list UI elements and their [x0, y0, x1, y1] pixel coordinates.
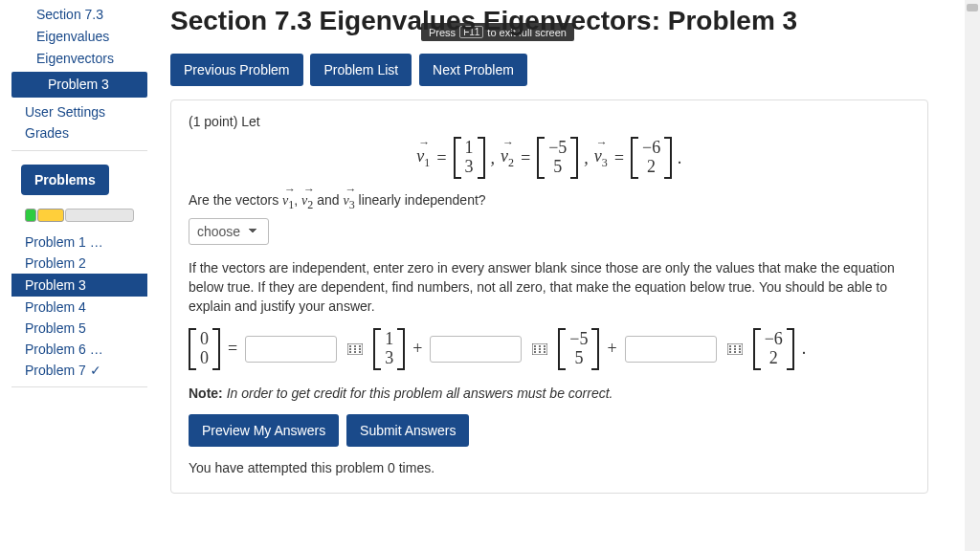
svg-point-3 — [359, 345, 361, 347]
problems-header[interactable]: Problems — [21, 165, 109, 195]
coef-1-input[interactable] — [245, 336, 337, 363]
submit-answers-button[interactable]: Submit Answers — [346, 414, 469, 447]
sidebar: Section 7.3 Eigenvalues Eigenvectors Pro… — [11, 4, 147, 393]
eq-v1: 13 — [373, 328, 405, 370]
svg-point-26 — [739, 348, 741, 350]
svg-point-28 — [734, 351, 736, 353]
problem-list-item-6[interactable]: Problem 6 … — [11, 339, 147, 360]
svg-point-9 — [359, 351, 361, 353]
equation-row: 00 = 13 + −55 + −62 . — [189, 328, 910, 370]
answer-buttons: Preview My Answers Submit Answers — [189, 414, 910, 447]
svg-point-7 — [349, 351, 351, 353]
svg-point-5 — [354, 348, 356, 350]
v1-vector: 13 — [454, 137, 485, 179]
svg-point-27 — [729, 351, 731, 353]
problem-list-item-4[interactable]: Problem 4 — [11, 297, 147, 318]
nav-section-3[interactable]: Eigenvectors — [11, 48, 147, 70]
points-line: (1 point) Let — [189, 114, 910, 129]
progress-correct — [25, 209, 36, 222]
next-problem-button[interactable]: Next Problem — [419, 54, 527, 86]
keypad-icon[interactable] — [724, 339, 746, 360]
nav-user-settings[interactable]: User Settings — [11, 101, 147, 123]
progress-remaining — [65, 209, 134, 222]
svg-point-22 — [734, 345, 736, 347]
svg-point-19 — [544, 351, 546, 353]
progress-inprogress — [37, 209, 64, 222]
svg-point-16 — [544, 348, 546, 350]
svg-point-11 — [534, 345, 536, 347]
eq-sign: = — [228, 339, 237, 359]
vector-definitions: v1 = 13 , v2 = −55 , v3 = −62 . — [189, 137, 910, 179]
eq: = — [435, 148, 447, 168]
svg-point-23 — [739, 345, 741, 347]
scrollbar-track[interactable] — [965, 0, 980, 551]
plus-sign: + — [607, 339, 616, 359]
main-content: Section 7.3 Eigenvalues Eigenvectors: Pr… — [170, 6, 946, 494]
svg-point-21 — [729, 345, 731, 347]
divider — [11, 386, 147, 387]
zero-vector: 00 — [189, 328, 220, 370]
problem-list-item-1[interactable]: Problem 1 … — [11, 231, 147, 253]
nav-section-1[interactable]: Section 7.3 — [11, 4, 147, 26]
svg-point-12 — [539, 345, 541, 347]
divider — [11, 150, 147, 151]
problem-list-item-2[interactable]: Problem 2 — [11, 253, 147, 274]
problem-nav-row: Previous Problem Problem List Next Probl… — [170, 54, 946, 86]
eq-v3: −62 — [753, 328, 794, 370]
coef-3-input[interactable] — [625, 336, 717, 363]
preview-answers-button[interactable]: Preview My Answers — [189, 414, 339, 447]
svg-point-6 — [359, 348, 361, 350]
scrollbar-thumb[interactable] — [967, 4, 978, 11]
svg-point-29 — [739, 351, 741, 353]
eq-v2: −55 — [558, 328, 599, 370]
svg-point-14 — [534, 348, 536, 350]
v1-symbol: v1 — [416, 146, 430, 170]
problem-list-item-5[interactable]: Problem 5 — [11, 318, 147, 339]
v2-vector: −55 — [537, 137, 578, 179]
note-text: In order to get credit for this problem … — [227, 386, 613, 401]
svg-point-2 — [354, 345, 356, 347]
svg-point-13 — [544, 345, 546, 347]
nav-section-2[interactable]: Eigenvalues — [11, 26, 147, 48]
v3-vector: −62 — [631, 137, 672, 179]
svg-point-15 — [539, 348, 541, 350]
nav-grades[interactable]: Grades — [11, 122, 147, 144]
svg-point-25 — [734, 348, 736, 350]
independence-select[interactable]: choose — [189, 218, 269, 245]
v2-symbol: v2 — [501, 146, 514, 170]
keypad-icon[interactable] — [529, 339, 550, 360]
svg-point-1 — [349, 345, 351, 347]
nav-current-problem[interactable]: Problem 3 — [11, 72, 147, 98]
previous-problem-button[interactable]: Previous Problem — [170, 54, 303, 86]
svg-point-4 — [349, 348, 351, 350]
problem-list-item-7[interactable]: Problem 7 ✓ — [11, 360, 147, 381]
eq: = — [613, 148, 625, 168]
problem-list: Problem 1 … Problem 2 Problem 3 Problem … — [11, 231, 147, 381]
attempts-line: You have attempted this problem 0 times. — [189, 460, 910, 475]
eq: = — [520, 148, 531, 168]
plus-sign: + — [412, 339, 422, 359]
problem-box: (1 point) Let v1 = 13 , v2 = −55 , v3 = … — [170, 99, 928, 494]
instructions-paragraph: If the vectors are independent, enter ze… — [189, 258, 910, 317]
problem-list-button[interactable]: Problem List — [310, 54, 412, 86]
svg-point-8 — [354, 351, 356, 353]
problem-list-item-3[interactable]: Problem 3 — [11, 274, 147, 297]
note-line: Note: In order to get credit for this pr… — [189, 386, 910, 401]
svg-point-18 — [539, 351, 541, 353]
progress-bar — [11, 209, 147, 222]
svg-point-17 — [534, 351, 536, 353]
note-label: Note: — [189, 386, 223, 401]
keypad-icon[interactable] — [345, 339, 366, 360]
v3-symbol: v3 — [594, 146, 608, 170]
coef-2-input[interactable] — [430, 336, 522, 363]
svg-point-24 — [729, 348, 731, 350]
question-line: Are the vectors v1, v2 and v3 linearly i… — [189, 192, 910, 212]
page-title: Section 7.3 Eigenvalues Eigenvectors: Pr… — [170, 6, 946, 36]
